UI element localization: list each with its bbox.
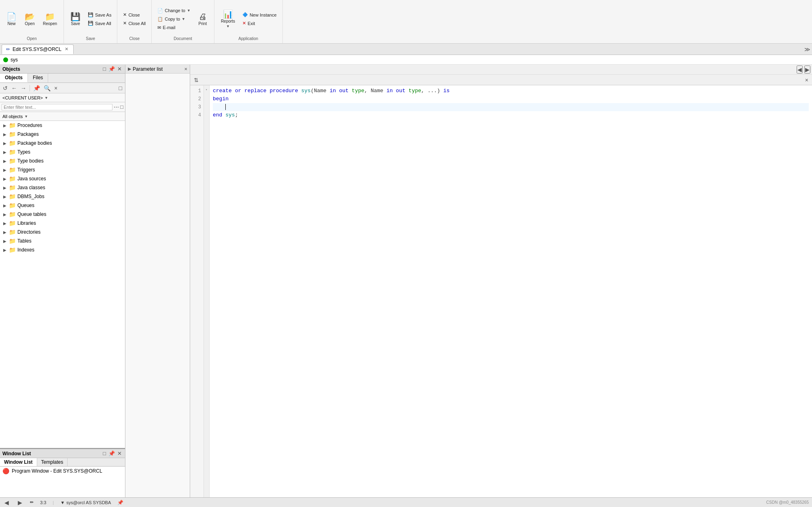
tree-item-directories[interactable]: ▶ 📁 Directories	[0, 228, 125, 237]
bp-1: ▪	[204, 85, 209, 93]
print-icon: 🖨	[199, 13, 207, 21]
tree-expander-java-classes: ▶	[2, 186, 7, 190]
tab-edit-icon: ✏	[6, 46, 10, 52]
line-num-3: 3	[190, 103, 201, 111]
code-editor[interactable]: create or replace procedure sys(Name in …	[210, 85, 812, 497]
new-button[interactable]: 📄 New	[3, 11, 20, 27]
tab-files[interactable]: Files	[28, 74, 48, 82]
status-pin[interactable]: 📌	[117, 500, 123, 505]
tab-close-button[interactable]: ✕	[64, 46, 69, 52]
tree-item-triggers[interactable]: ▶ 📁 Triggers	[0, 165, 125, 174]
obj-refresh-btn[interactable]: ↺	[2, 84, 9, 92]
objects-panel-close-btn[interactable]: ✕	[117, 66, 123, 72]
user-selector-text: <CURRENT USER>	[2, 95, 43, 100]
kw-type1: type	[352, 88, 364, 94]
filter-extra-btn[interactable]: ⋯	[114, 104, 119, 110]
editor-sort-btn[interactable]: ⇅	[193, 76, 200, 84]
print-button[interactable]: 🖨 Print	[195, 11, 211, 27]
obj-panel-close-btn[interactable]: ×	[53, 84, 59, 92]
objects-panel-restore-btn[interactable]: □	[102, 66, 107, 72]
open-button[interactable]: 📂 Open	[21, 11, 38, 27]
save-group-label: Save	[67, 36, 114, 42]
bp-4	[204, 110, 209, 118]
obj-back-btn[interactable]: ←	[10, 84, 18, 92]
close-all-button[interactable]: ✕ Close All	[121, 19, 148, 27]
kw-out1: out	[339, 88, 348, 94]
tree-item-type-bodies[interactable]: ▶ 📁 Type bodies	[0, 156, 125, 165]
obj-forward-btn[interactable]: →	[19, 84, 28, 92]
tree-item-procedures[interactable]: ▶ 📁 Procedures	[0, 121, 125, 130]
tree-item-types[interactable]: ▶ 📁 Types	[0, 148, 125, 156]
editor-container: ◀ ▶ ⇅ × 1 2 3 4	[190, 65, 812, 497]
tree-folder-icon-tables: 📁	[9, 238, 16, 244]
obj-pin-btn[interactable]: 📌	[32, 84, 41, 92]
tree-label-tables: Tables	[17, 238, 32, 244]
reopen-button[interactable]: 📁 Reopen	[40, 11, 60, 27]
wl-close-btn[interactable]: ✕	[117, 450, 123, 456]
wl-item-label-0: Program Window - Edit SYS.SYS@ORCL	[12, 468, 102, 474]
tree-item-dbms-jobs[interactable]: ▶ 📁 DBMS_Jobs	[0, 192, 125, 201]
filter-icon-btn[interactable]: □	[120, 104, 123, 110]
exit-button[interactable]: ✕ Exit	[240, 19, 279, 27]
change-to-arrow: ▼	[187, 8, 191, 13]
tree-label-type-bodies: Type bodies	[17, 158, 44, 164]
status-sep1: |	[53, 500, 54, 505]
tree-item-java-classes[interactable]: ▶ 📁 Java classes	[0, 183, 125, 192]
tab-edit-sys[interactable]: ✏ Edit SYS.SYS@ORCL ✕	[2, 44, 74, 54]
tab-expand-button[interactable]: ≫	[804, 46, 810, 53]
save-button[interactable]: 💾 Save	[67, 11, 84, 27]
tree-item-queue-tables[interactable]: ▶ 📁 Queue tables	[0, 210, 125, 219]
connection-dot	[3, 57, 8, 62]
editor-toolbar: ⇅ ×	[190, 75, 812, 85]
tree-item-packages[interactable]: ▶ 📁 Packages	[0, 130, 125, 139]
tree-expander-libraries: ▶	[2, 221, 7, 226]
editor-layout: 1 2 3 4 ▪ create or replace procedure sy…	[190, 85, 812, 497]
wl-tab-templates[interactable]: Templates	[37, 458, 68, 466]
editor-scroll-arrows: ◀ ▶	[190, 65, 812, 75]
change-to-button[interactable]: 📄 Change to ▼	[155, 7, 193, 15]
tree-item-queues[interactable]: ▶ 📁 Queues	[0, 201, 125, 210]
tree-label-packages: Packages	[17, 131, 39, 137]
status-nav-prev[interactable]: ◀	[3, 499, 10, 506]
save-all-button[interactable]: 💾 Save All	[85, 19, 114, 27]
application-group-label: Application	[218, 36, 279, 42]
open-icon: 📂	[25, 13, 35, 21]
save-as-button[interactable]: 💾 Save As	[85, 11, 114, 19]
filter-input[interactable]	[2, 104, 112, 110]
document-group-label: Document	[155, 36, 211, 42]
tree-folder-icon-dbms-jobs: 📁	[9, 193, 16, 200]
objects-panel: Objects □ 📌 ✕ Objects Files ↺ ← → 📌 🔍 ×	[0, 65, 125, 449]
scroll-right-btn[interactable]: ▶	[804, 65, 810, 74]
tab-edit-label: Edit SYS.SYS@ORCL	[13, 46, 61, 52]
wl-pin-btn[interactable]: 📌	[108, 450, 116, 456]
tree-label-java-classes: Java classes	[17, 185, 45, 190]
editor-close-btn[interactable]: ×	[804, 76, 810, 84]
scroll-left-btn[interactable]: ◀	[797, 65, 803, 74]
tree-item-libraries[interactable]: ▶ 📁 Libraries	[0, 219, 125, 228]
new-instance-button[interactable]: 🔷 New Instance	[240, 11, 279, 19]
tree-item-java-sources[interactable]: ▶ 📁 Java sources	[0, 174, 125, 183]
email-button[interactable]: ✉ E-mail	[155, 24, 193, 32]
wl-tab-window-list[interactable]: Window List	[0, 458, 37, 466]
tree-item-indexes[interactable]: ▶ 📁 Indexes	[0, 245, 125, 254]
param-panel-close-btn[interactable]: ×	[184, 66, 187, 72]
close-button[interactable]: ✕ Close	[121, 11, 148, 19]
obj-extra-btn[interactable]: □	[118, 84, 123, 92]
obj-filter-btn[interactable]: 🔍	[42, 84, 52, 92]
tree-item-tables[interactable]: ▶ 📁 Tables	[0, 237, 125, 245]
copy-to-button[interactable]: 📋 Copy to ▼	[155, 15, 193, 23]
change-to-icon: 📄	[157, 8, 163, 13]
wl-restore-btn[interactable]: □	[102, 450, 107, 456]
tab-objects[interactable]: Objects	[0, 74, 28, 82]
toolbar-doc-buttons: 📄 Change to ▼ 📋 Copy to ▼ ✉ E-mail 🖨 Pri…	[155, 2, 211, 36]
center-area: ▶ Parameter list × ◀ ▶ ⇅ ×	[125, 65, 812, 497]
reports-button[interactable]: 📊 Reports ▼	[218, 8, 238, 30]
status-nav-next[interactable]: ▶	[17, 499, 23, 506]
objects-panel-pin-btn[interactable]: 📌	[108, 66, 116, 72]
wl-item-0[interactable]: 🔴 Program Window - Edit SYS.SYS@ORCL	[0, 467, 125, 475]
tree-label-triggers: Triggers	[17, 167, 35, 173]
line-num-1: 1	[190, 87, 201, 95]
status-connection-arrow: ▼	[60, 500, 65, 505]
app-column: 🔷 New Instance ✕ Exit	[240, 11, 279, 27]
tree-item-package-bodies[interactable]: ▶ 📁 Package bodies	[0, 139, 125, 148]
